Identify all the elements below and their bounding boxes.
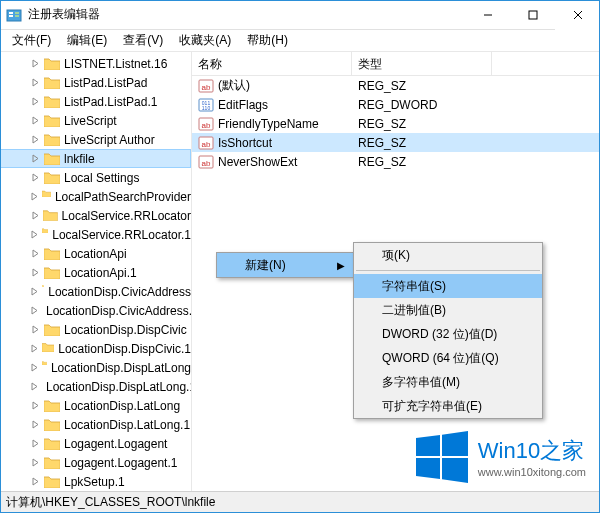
menu-favorites[interactable]: 收藏夹(A) xyxy=(171,30,239,51)
menu-view[interactable]: 查看(V) xyxy=(115,30,171,51)
tree-item-label: LocationDisp.LatLong.1 xyxy=(64,418,190,432)
tree-item[interactable]: ListPad.ListPad xyxy=(0,73,191,92)
submenu-item[interactable]: 项(K) xyxy=(354,243,542,267)
tree-item[interactable]: lnkfile xyxy=(0,149,191,168)
list-row[interactable]: ab(默认)REG_SZ xyxy=(192,76,600,95)
tree-item[interactable]: LiveScript xyxy=(0,111,191,130)
tree-item[interactable]: LocationApi xyxy=(0,244,191,263)
tree-item[interactable]: LocationDisp.CivicAddress.1 xyxy=(0,301,191,320)
expand-icon[interactable] xyxy=(30,324,41,335)
list-row[interactable]: 011110EditFlagsREG_DWORD xyxy=(192,95,600,114)
folder-icon xyxy=(43,209,58,222)
menu-help[interactable]: 帮助(H) xyxy=(239,30,296,51)
tree-item[interactable]: LiveScript Author xyxy=(0,130,191,149)
folder-icon xyxy=(42,285,44,298)
tree-item[interactable]: Logagent.Logagent.1 xyxy=(0,453,191,472)
svg-text:ab: ab xyxy=(202,83,211,92)
expand-icon[interactable] xyxy=(30,476,41,487)
menu-file[interactable]: 文件(F) xyxy=(4,30,59,51)
tree-item-label: LocationApi.1 xyxy=(64,266,137,280)
expand-icon[interactable] xyxy=(30,77,41,88)
folder-icon xyxy=(44,456,60,469)
expand-icon[interactable] xyxy=(30,305,39,316)
tree-item-label: LocationDisp.LatLong xyxy=(64,399,180,413)
status-path: 计算机\HKEY_CLASSES_ROOT\lnkfile xyxy=(6,494,215,511)
tree-item[interactable]: LocationDisp.LatLong xyxy=(0,396,191,415)
svg-text:ab: ab xyxy=(202,140,211,149)
expand-icon[interactable] xyxy=(30,362,39,373)
maximize-button[interactable] xyxy=(510,0,555,30)
tree-item[interactable]: LocationDisp.CivicAddress xyxy=(0,282,191,301)
tree-item[interactable]: LocationDisp.DispLatLong.1 xyxy=(0,377,191,396)
tree-item[interactable]: LocationDisp.DispLatLong xyxy=(0,358,191,377)
expand-icon[interactable] xyxy=(30,457,41,468)
minimize-button[interactable] xyxy=(465,0,510,30)
tree-item[interactable]: ListPad.ListPad.1 xyxy=(0,92,191,111)
header-name[interactable]: 名称 xyxy=(192,52,352,75)
cell-type: REG_SZ xyxy=(352,155,492,169)
tree-item[interactable]: LocationApi.1 xyxy=(0,263,191,282)
submenu-item[interactable]: 字符串值(S) xyxy=(354,274,542,298)
folder-icon xyxy=(44,171,60,184)
submenu-item[interactable]: 二进制值(B) xyxy=(354,298,542,322)
tree-item[interactable]: Logagent.Logagent xyxy=(0,434,191,453)
expand-icon[interactable] xyxy=(30,96,41,107)
expand-icon[interactable] xyxy=(30,343,39,354)
cell-name: ab(默认) xyxy=(192,77,352,94)
tree-item-label: Local Settings xyxy=(64,171,139,185)
expand-icon[interactable] xyxy=(30,400,41,411)
expand-icon[interactable] xyxy=(30,267,41,278)
svg-rect-1 xyxy=(9,12,13,14)
tree-item-label: ListPad.ListPad xyxy=(64,76,147,90)
watermark-title: Win10之家 xyxy=(478,436,586,466)
submenu-item[interactable]: QWORD (64 位)值(Q) xyxy=(354,346,542,370)
value-name: (默认) xyxy=(218,77,250,94)
folder-icon xyxy=(44,152,60,165)
tree-item[interactable]: LocalService.RRLocator.1 xyxy=(0,225,191,244)
menu-edit[interactable]: 编辑(E) xyxy=(59,30,115,51)
close-button[interactable] xyxy=(555,0,600,30)
close-icon xyxy=(573,10,583,20)
tree-item[interactable]: Local Settings xyxy=(0,168,191,187)
expand-icon[interactable] xyxy=(30,172,41,183)
tree-item[interactable]: LocationDisp.DispCivic.1 xyxy=(0,339,191,358)
tree-item[interactable]: LISTNET.Listnet.16 xyxy=(0,54,191,73)
tree-item[interactable]: LocalPathSearchProvider xyxy=(0,187,191,206)
expand-icon[interactable] xyxy=(30,286,39,297)
expand-icon[interactable] xyxy=(30,438,41,449)
expand-icon[interactable] xyxy=(30,115,41,126)
svg-rect-4 xyxy=(15,15,19,17)
tree-item[interactable]: LpkSetup.1 xyxy=(0,472,191,491)
tree-item[interactable]: LocationDisp.LatLong.1 xyxy=(0,415,191,434)
list-header: 名称 类型 xyxy=(192,52,600,76)
expand-icon[interactable] xyxy=(30,58,41,69)
tree-item[interactable]: LocalService.RRLocator xyxy=(0,206,191,225)
tree-pane[interactable]: LISTNET.Listnet.16ListPad.ListPadListPad… xyxy=(0,52,192,491)
expand-icon[interactable] xyxy=(30,134,41,145)
submenu-item[interactable]: 多字符串值(M) xyxy=(354,370,542,394)
tree-item[interactable]: LocationDisp.DispCivic xyxy=(0,320,191,339)
expand-icon[interactable] xyxy=(30,419,41,430)
submenu-item[interactable]: 可扩充字符串值(E) xyxy=(354,394,542,418)
list-row[interactable]: abIsShortcutREG_SZ xyxy=(192,133,600,152)
submenu-item[interactable]: DWORD (32 位)值(D) xyxy=(354,322,542,346)
expand-icon[interactable] xyxy=(30,381,39,392)
tree-item-label: LocationDisp.CivicAddress xyxy=(48,285,191,299)
tree-item-label: LocationApi xyxy=(64,247,127,261)
menu-item-new[interactable]: 新建(N) ▶ xyxy=(217,253,353,277)
tree-item-label: LocationDisp.DispCivic xyxy=(64,323,187,337)
expand-icon[interactable] xyxy=(30,248,41,259)
expand-icon[interactable] xyxy=(30,153,41,164)
list-row[interactable]: abFriendlyTypeNameREG_SZ xyxy=(192,114,600,133)
tree-item-label: LocationDisp.DispLatLong xyxy=(51,361,191,375)
expand-icon[interactable] xyxy=(30,229,39,240)
cell-type: REG_DWORD xyxy=(352,98,492,112)
statusbar: 计算机\HKEY_CLASSES_ROOT\lnkfile xyxy=(0,491,600,513)
header-type[interactable]: 类型 xyxy=(352,52,492,75)
svg-rect-2 xyxy=(9,15,13,17)
folder-icon xyxy=(44,133,60,146)
expand-icon[interactable] xyxy=(30,191,39,202)
cell-name: 011110EditFlags xyxy=(192,97,352,113)
list-row[interactable]: abNeverShowExtREG_SZ xyxy=(192,152,600,171)
expand-icon[interactable] xyxy=(30,210,40,221)
